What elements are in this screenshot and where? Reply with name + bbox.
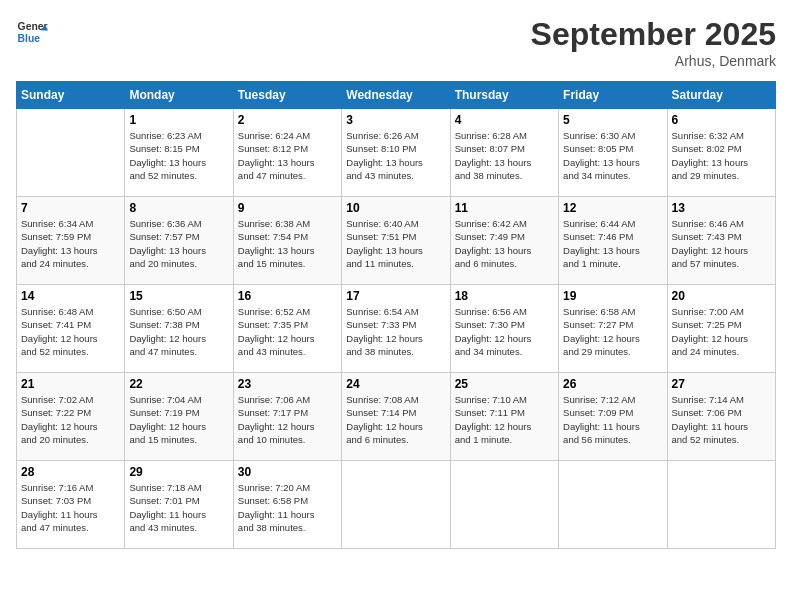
calendar-cell: 7Sunrise: 6:34 AM Sunset: 7:59 PM Daylig… xyxy=(17,197,125,285)
calendar-cell: 14Sunrise: 6:48 AM Sunset: 7:41 PM Dayli… xyxy=(17,285,125,373)
calendar-cell: 24Sunrise: 7:08 AM Sunset: 7:14 PM Dayli… xyxy=(342,373,450,461)
day-info: Sunrise: 6:28 AM Sunset: 8:07 PM Dayligh… xyxy=(455,129,554,182)
calendar-cell: 29Sunrise: 7:18 AM Sunset: 7:01 PM Dayli… xyxy=(125,461,233,549)
svg-text:Blue: Blue xyxy=(18,33,41,44)
day-number: 20 xyxy=(672,289,771,303)
day-info: Sunrise: 7:14 AM Sunset: 7:06 PM Dayligh… xyxy=(672,393,771,446)
day-info: Sunrise: 6:58 AM Sunset: 7:27 PM Dayligh… xyxy=(563,305,662,358)
day-number: 17 xyxy=(346,289,445,303)
day-number: 13 xyxy=(672,201,771,215)
week-row-0: 1Sunrise: 6:23 AM Sunset: 8:15 PM Daylig… xyxy=(17,109,776,197)
day-number: 22 xyxy=(129,377,228,391)
day-number: 10 xyxy=(346,201,445,215)
title-area: September 2025 Arhus, Denmark xyxy=(531,16,776,69)
calendar-cell: 2Sunrise: 6:24 AM Sunset: 8:12 PM Daylig… xyxy=(233,109,341,197)
calendar-cell xyxy=(559,461,667,549)
day-info: Sunrise: 7:16 AM Sunset: 7:03 PM Dayligh… xyxy=(21,481,120,534)
calendar-cell: 5Sunrise: 6:30 AM Sunset: 8:05 PM Daylig… xyxy=(559,109,667,197)
day-info: Sunrise: 6:56 AM Sunset: 7:30 PM Dayligh… xyxy=(455,305,554,358)
day-info: Sunrise: 6:38 AM Sunset: 7:54 PM Dayligh… xyxy=(238,217,337,270)
header-tuesday: Tuesday xyxy=(233,82,341,109)
calendar-cell: 22Sunrise: 7:04 AM Sunset: 7:19 PM Dayli… xyxy=(125,373,233,461)
calendar-cell: 6Sunrise: 6:32 AM Sunset: 8:02 PM Daylig… xyxy=(667,109,775,197)
day-info: Sunrise: 7:00 AM Sunset: 7:25 PM Dayligh… xyxy=(672,305,771,358)
day-info: Sunrise: 6:23 AM Sunset: 8:15 PM Dayligh… xyxy=(129,129,228,182)
day-number: 19 xyxy=(563,289,662,303)
day-info: Sunrise: 7:02 AM Sunset: 7:22 PM Dayligh… xyxy=(21,393,120,446)
day-info: Sunrise: 7:10 AM Sunset: 7:11 PM Dayligh… xyxy=(455,393,554,446)
calendar-cell xyxy=(667,461,775,549)
calendar-header-row: SundayMondayTuesdayWednesdayThursdayFrid… xyxy=(17,82,776,109)
day-number: 14 xyxy=(21,289,120,303)
day-info: Sunrise: 6:32 AM Sunset: 8:02 PM Dayligh… xyxy=(672,129,771,182)
day-info: Sunrise: 7:18 AM Sunset: 7:01 PM Dayligh… xyxy=(129,481,228,534)
day-info: Sunrise: 6:54 AM Sunset: 7:33 PM Dayligh… xyxy=(346,305,445,358)
logo: General Blue xyxy=(16,16,48,48)
day-number: 27 xyxy=(672,377,771,391)
day-info: Sunrise: 6:48 AM Sunset: 7:41 PM Dayligh… xyxy=(21,305,120,358)
calendar-cell: 10Sunrise: 6:40 AM Sunset: 7:51 PM Dayli… xyxy=(342,197,450,285)
day-number: 18 xyxy=(455,289,554,303)
day-info: Sunrise: 6:24 AM Sunset: 8:12 PM Dayligh… xyxy=(238,129,337,182)
week-row-4: 28Sunrise: 7:16 AM Sunset: 7:03 PM Dayli… xyxy=(17,461,776,549)
calendar-cell xyxy=(342,461,450,549)
day-number: 25 xyxy=(455,377,554,391)
calendar-cell: 23Sunrise: 7:06 AM Sunset: 7:17 PM Dayli… xyxy=(233,373,341,461)
day-info: Sunrise: 7:20 AM Sunset: 6:58 PM Dayligh… xyxy=(238,481,337,534)
day-number: 5 xyxy=(563,113,662,127)
header-sunday: Sunday xyxy=(17,82,125,109)
header-saturday: Saturday xyxy=(667,82,775,109)
day-number: 24 xyxy=(346,377,445,391)
calendar-cell: 8Sunrise: 6:36 AM Sunset: 7:57 PM Daylig… xyxy=(125,197,233,285)
calendar-table: SundayMondayTuesdayWednesdayThursdayFrid… xyxy=(16,81,776,549)
day-info: Sunrise: 6:52 AM Sunset: 7:35 PM Dayligh… xyxy=(238,305,337,358)
calendar-cell: 20Sunrise: 7:00 AM Sunset: 7:25 PM Dayli… xyxy=(667,285,775,373)
day-number: 4 xyxy=(455,113,554,127)
day-number: 1 xyxy=(129,113,228,127)
logo-icon: General Blue xyxy=(16,16,48,48)
header: General Blue September 2025 Arhus, Denma… xyxy=(16,16,776,69)
week-row-2: 14Sunrise: 6:48 AM Sunset: 7:41 PM Dayli… xyxy=(17,285,776,373)
calendar-cell: 11Sunrise: 6:42 AM Sunset: 7:49 PM Dayli… xyxy=(450,197,558,285)
calendar-cell: 18Sunrise: 6:56 AM Sunset: 7:30 PM Dayli… xyxy=(450,285,558,373)
day-info: Sunrise: 6:34 AM Sunset: 7:59 PM Dayligh… xyxy=(21,217,120,270)
calendar-cell xyxy=(17,109,125,197)
calendar-cell: 1Sunrise: 6:23 AM Sunset: 8:15 PM Daylig… xyxy=(125,109,233,197)
calendar-cell: 25Sunrise: 7:10 AM Sunset: 7:11 PM Dayli… xyxy=(450,373,558,461)
calendar-cell: 30Sunrise: 7:20 AM Sunset: 6:58 PM Dayli… xyxy=(233,461,341,549)
day-info: Sunrise: 6:30 AM Sunset: 8:05 PM Dayligh… xyxy=(563,129,662,182)
day-number: 29 xyxy=(129,465,228,479)
day-info: Sunrise: 7:04 AM Sunset: 7:19 PM Dayligh… xyxy=(129,393,228,446)
calendar-cell: 4Sunrise: 6:28 AM Sunset: 8:07 PM Daylig… xyxy=(450,109,558,197)
calendar-cell: 13Sunrise: 6:46 AM Sunset: 7:43 PM Dayli… xyxy=(667,197,775,285)
calendar-cell xyxy=(450,461,558,549)
calendar-cell: 16Sunrise: 6:52 AM Sunset: 7:35 PM Dayli… xyxy=(233,285,341,373)
subtitle: Arhus, Denmark xyxy=(531,53,776,69)
day-number: 30 xyxy=(238,465,337,479)
main-title: September 2025 xyxy=(531,16,776,53)
calendar-cell: 26Sunrise: 7:12 AM Sunset: 7:09 PM Dayli… xyxy=(559,373,667,461)
day-info: Sunrise: 6:46 AM Sunset: 7:43 PM Dayligh… xyxy=(672,217,771,270)
header-wednesday: Wednesday xyxy=(342,82,450,109)
day-info: Sunrise: 6:42 AM Sunset: 7:49 PM Dayligh… xyxy=(455,217,554,270)
calendar-cell: 21Sunrise: 7:02 AM Sunset: 7:22 PM Dayli… xyxy=(17,373,125,461)
day-number: 28 xyxy=(21,465,120,479)
day-info: Sunrise: 7:08 AM Sunset: 7:14 PM Dayligh… xyxy=(346,393,445,446)
header-thursday: Thursday xyxy=(450,82,558,109)
header-monday: Monday xyxy=(125,82,233,109)
day-number: 11 xyxy=(455,201,554,215)
day-info: Sunrise: 6:26 AM Sunset: 8:10 PM Dayligh… xyxy=(346,129,445,182)
week-row-3: 21Sunrise: 7:02 AM Sunset: 7:22 PM Dayli… xyxy=(17,373,776,461)
calendar-cell: 17Sunrise: 6:54 AM Sunset: 7:33 PM Dayli… xyxy=(342,285,450,373)
calendar-cell: 15Sunrise: 6:50 AM Sunset: 7:38 PM Dayli… xyxy=(125,285,233,373)
day-info: Sunrise: 6:36 AM Sunset: 7:57 PM Dayligh… xyxy=(129,217,228,270)
calendar-cell: 28Sunrise: 7:16 AM Sunset: 7:03 PM Dayli… xyxy=(17,461,125,549)
calendar-cell: 19Sunrise: 6:58 AM Sunset: 7:27 PM Dayli… xyxy=(559,285,667,373)
calendar-cell: 12Sunrise: 6:44 AM Sunset: 7:46 PM Dayli… xyxy=(559,197,667,285)
day-number: 2 xyxy=(238,113,337,127)
day-info: Sunrise: 6:40 AM Sunset: 7:51 PM Dayligh… xyxy=(346,217,445,270)
day-number: 9 xyxy=(238,201,337,215)
calendar-cell: 3Sunrise: 6:26 AM Sunset: 8:10 PM Daylig… xyxy=(342,109,450,197)
calendar-cell: 27Sunrise: 7:14 AM Sunset: 7:06 PM Dayli… xyxy=(667,373,775,461)
day-number: 21 xyxy=(21,377,120,391)
